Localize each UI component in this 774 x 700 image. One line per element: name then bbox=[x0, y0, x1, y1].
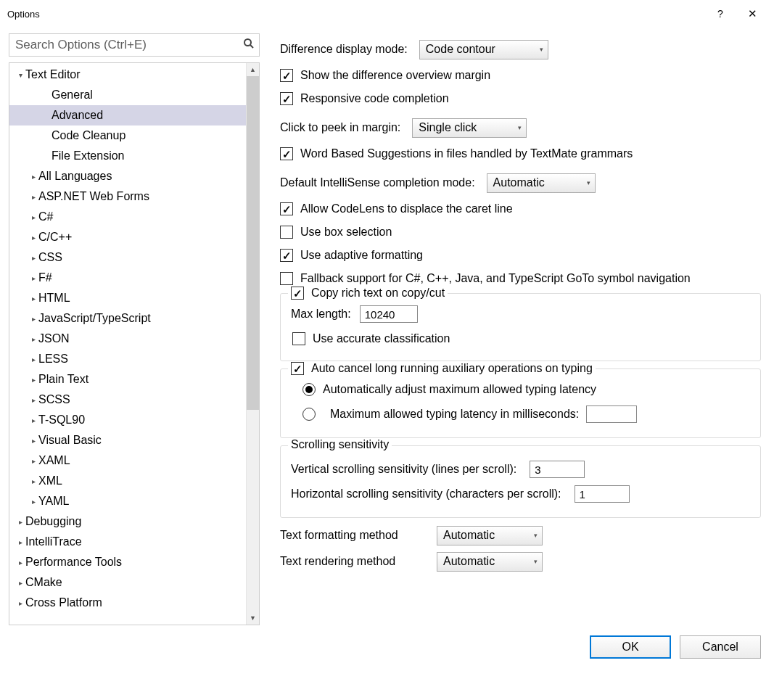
tree-item-c-[interactable]: ▸C# bbox=[9, 207, 246, 227]
expand-icon[interactable]: ▸ bbox=[15, 518, 25, 526]
show-diff-margin-checkbox[interactable] bbox=[280, 69, 293, 82]
ok-button[interactable]: OK bbox=[590, 635, 671, 659]
title-bar: Options ? ✕ bbox=[0, 0, 774, 28]
scroll-thumb[interactable] bbox=[247, 76, 259, 410]
maxlen-input[interactable] bbox=[360, 305, 418, 323]
expand-icon[interactable]: ▸ bbox=[15, 579, 25, 587]
codelens-checkbox[interactable] bbox=[280, 202, 293, 215]
tree-item-xml[interactable]: ▸XML bbox=[9, 471, 246, 491]
tree-label: IntelliTrace bbox=[25, 535, 82, 548]
fallback-checkbox[interactable] bbox=[280, 272, 293, 285]
cancel-button[interactable]: Cancel bbox=[680, 635, 761, 659]
radio-ms[interactable] bbox=[302, 408, 316, 421]
tree-label: HTML bbox=[38, 292, 70, 305]
expand-icon[interactable]: ▸ bbox=[15, 599, 25, 607]
hscroll-label: Horizontal scrolling sensitivity (charac… bbox=[291, 487, 561, 501]
intelli-dropdown[interactable]: Automatic▾ bbox=[487, 173, 596, 193]
close-button[interactable]: ✕ bbox=[736, 3, 768, 25]
autocancel-checkbox[interactable] bbox=[291, 362, 304, 375]
expand-icon[interactable]: ▸ bbox=[28, 457, 38, 465]
accurate-checkbox[interactable] bbox=[292, 332, 305, 345]
boxsel-checkbox[interactable] bbox=[280, 226, 293, 239]
tree-item-c-c-[interactable]: ▸C/C++ bbox=[9, 227, 246, 247]
options-tree[interactable]: ▾Text EditorGeneralAdvancedCode CleanupF… bbox=[9, 63, 246, 625]
fallback-label: Fallback support for C#, C++, Java, and … bbox=[300, 272, 691, 285]
tree-item-cmake[interactable]: ▸CMake bbox=[9, 572, 246, 593]
tree-item-xaml[interactable]: ▸XAML bbox=[9, 450, 246, 471]
autocancel-label: Auto cancel long running auxiliary opera… bbox=[311, 362, 593, 375]
responsive-cc-checkbox[interactable] bbox=[280, 92, 293, 105]
vscroll-label: Vertical scrolling sensitivity (lines pe… bbox=[291, 463, 516, 476]
expand-icon[interactable]: ▸ bbox=[28, 437, 38, 445]
word-sugg-checkbox[interactable] bbox=[280, 147, 293, 160]
window-title: Options bbox=[7, 9, 704, 20]
tree-item-intellitrace[interactable]: ▸IntelliTrace bbox=[9, 532, 246, 552]
tree-scrollbar[interactable]: ▲ ▼ bbox=[246, 63, 259, 625]
intelli-label: Default IntelliSense completion mode: bbox=[280, 176, 475, 189]
tree-item-performance-tools[interactable]: ▸Performance Tools bbox=[9, 552, 246, 572]
tree-item-advanced[interactable]: Advanced bbox=[9, 105, 246, 125]
tree-item-file-extension[interactable]: File Extension bbox=[9, 146, 246, 166]
expand-icon[interactable]: ▸ bbox=[28, 173, 38, 181]
tree-item-html[interactable]: ▸HTML bbox=[9, 288, 246, 308]
tree-item-yaml[interactable]: ▸YAML bbox=[9, 491, 246, 511]
expand-icon[interactable]: ▸ bbox=[28, 274, 38, 282]
tree-item-visual-basic[interactable]: ▸Visual Basic bbox=[9, 430, 246, 450]
expand-icon[interactable]: ▸ bbox=[28, 477, 38, 485]
vscroll-input[interactable] bbox=[530, 461, 585, 478]
scroll-track[interactable] bbox=[247, 410, 259, 612]
tree-label: C/C++ bbox=[38, 231, 72, 244]
expand-icon[interactable]: ▸ bbox=[28, 355, 38, 363]
tree-item-cross-platform[interactable]: ▸Cross Platform bbox=[9, 593, 246, 613]
expand-icon[interactable]: ▸ bbox=[15, 559, 25, 567]
tree-item-json[interactable]: ▸JSON bbox=[9, 329, 246, 349]
adaptive-checkbox[interactable] bbox=[280, 249, 293, 262]
tree-item-asp-net-web-forms[interactable]: ▸ASP.NET Web Forms bbox=[9, 186, 246, 207]
adaptive-label: Use adaptive formatting bbox=[300, 249, 423, 262]
expand-icon[interactable]: ▸ bbox=[28, 498, 38, 506]
expand-icon[interactable]: ▸ bbox=[28, 254, 38, 262]
expand-icon[interactable]: ▸ bbox=[28, 376, 38, 384]
scroll-down-icon[interactable]: ▼ bbox=[247, 612, 259, 625]
tree-item-t-sql90[interactable]: ▸T-SQL90 bbox=[9, 410, 246, 430]
scroll-group: Scrolling sensitivity Vertical scrolling… bbox=[280, 445, 761, 518]
help-button[interactable]: ? bbox=[704, 3, 736, 25]
tree-item-all-languages[interactable]: ▸All Languages bbox=[9, 166, 246, 186]
expand-icon[interactable]: ▸ bbox=[28, 416, 38, 424]
tree-item-javascript-typescript[interactable]: ▸JavaScript/TypeScript bbox=[9, 308, 246, 329]
trender-dropdown[interactable]: Automatic▾ bbox=[437, 552, 543, 572]
tree-label: C# bbox=[38, 210, 53, 223]
expand-icon[interactable]: ▸ bbox=[28, 335, 38, 343]
radio-auto[interactable] bbox=[302, 383, 316, 396]
tree-item-scss[interactable]: ▸SCSS bbox=[9, 390, 246, 410]
tree-label: Advanced bbox=[52, 109, 103, 122]
tree-label: Cross Platform bbox=[25, 596, 102, 609]
tree-item-css[interactable]: ▸CSS bbox=[9, 247, 246, 268]
tree-item-f-[interactable]: ▸F# bbox=[9, 268, 246, 288]
expand-icon[interactable]: ▸ bbox=[28, 396, 38, 404]
copyrich-checkbox[interactable] bbox=[291, 287, 304, 300]
search-input[interactable] bbox=[15, 38, 237, 52]
expand-icon[interactable]: ▸ bbox=[28, 213, 38, 221]
tree-label: Performance Tools bbox=[25, 556, 122, 569]
peek-dropdown[interactable]: Single click▾ bbox=[412, 118, 527, 138]
expand-icon[interactable]: ▸ bbox=[28, 315, 38, 323]
diff-mode-dropdown[interactable]: Code contour▾ bbox=[419, 40, 548, 59]
tree-item-general[interactable]: General bbox=[9, 85, 246, 105]
scroll-up-icon[interactable]: ▲ bbox=[247, 63, 259, 76]
latency-input[interactable] bbox=[586, 405, 637, 423]
tree-item-code-cleanup[interactable]: Code Cleanup bbox=[9, 125, 246, 146]
tree-label: LESS bbox=[38, 353, 68, 366]
tree-item-less[interactable]: ▸LESS bbox=[9, 349, 246, 369]
tree-item-text-editor[interactable]: ▾Text Editor bbox=[9, 65, 246, 85]
expand-icon[interactable]: ▸ bbox=[28, 234, 38, 242]
collapse-icon[interactable]: ▾ bbox=[15, 71, 25, 79]
tree-item-debugging[interactable]: ▸Debugging bbox=[9, 511, 246, 532]
expand-icon[interactable]: ▸ bbox=[28, 193, 38, 201]
search-wrap[interactable] bbox=[9, 33, 260, 57]
tree-item-plain-text[interactable]: ▸Plain Text bbox=[9, 369, 246, 390]
expand-icon[interactable]: ▸ bbox=[15, 538, 25, 546]
tfmt-dropdown[interactable]: Automatic▾ bbox=[437, 526, 543, 545]
expand-icon[interactable]: ▸ bbox=[28, 295, 38, 302]
hscroll-input[interactable] bbox=[575, 485, 630, 503]
